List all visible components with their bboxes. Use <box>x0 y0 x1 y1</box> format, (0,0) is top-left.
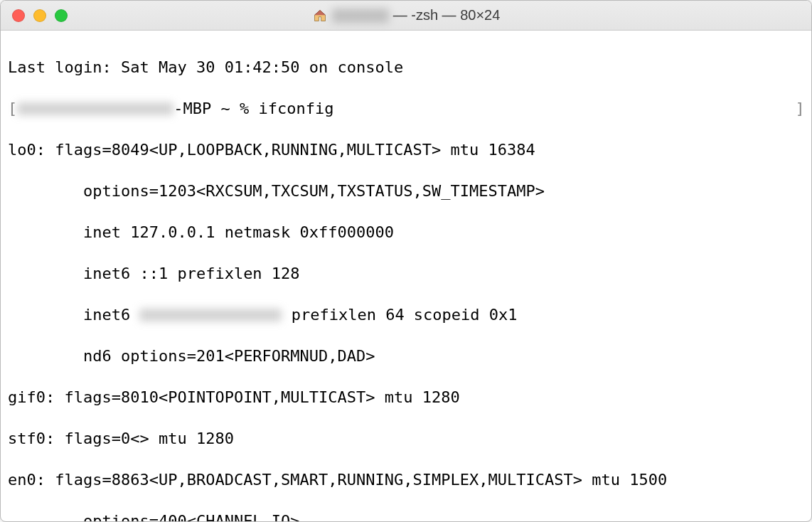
home-icon <box>312 9 328 23</box>
redacted-username <box>332 9 389 23</box>
last-login-line: Last login: Sat May 30 01:42:50 on conso… <box>8 57 804 78</box>
lo0-inet6-1: inet6 ::1 prefixlen 128 <box>8 263 804 284</box>
lo0-inet6-2: inet6 prefixlen 64 scopeid 0x1 <box>8 304 804 325</box>
en0-options: options=400<CHANNEL_IO> <box>8 511 804 521</box>
minimize-button[interactable] <box>33 9 46 22</box>
lo0-options: options=1203<RXCSUM,TXCSUM,TXSTATUS,SW_T… <box>8 181 804 201</box>
zoom-button[interactable] <box>55 9 68 22</box>
title-text: — -zsh — 80×24 <box>393 7 501 23</box>
redacted-inet6 <box>139 309 282 321</box>
gif0: gif0: flags=8010<POINTOPOINT,MULTICAST> … <box>8 387 804 408</box>
en0-flags: en0: flags=8863<UP,BROADCAST,SMART,RUNNI… <box>8 469 804 490</box>
traffic-lights <box>1 9 68 22</box>
terminal-window: — -zsh — 80×24 Last login: Sat May 30 01… <box>0 0 812 522</box>
terminal-output[interactable]: Last login: Sat May 30 01:42:50 on conso… <box>1 31 811 521</box>
lo0-nd6: nd6 options=201<PERFORMNUD,DAD> <box>8 346 804 366</box>
command-text: ifconfig <box>258 100 333 117</box>
close-button[interactable] <box>12 9 25 22</box>
window-title: — -zsh — 80×24 <box>1 7 811 23</box>
lo0-flags: lo0: flags=8049<UP,LOOPBACK,RUNNING,MULT… <box>8 139 804 160</box>
titlebar: — -zsh — 80×24 <box>1 1 811 31</box>
lo0-inet: inet 127.0.0.1 netmask 0xff000000 <box>8 222 804 243</box>
redacted-user-host <box>17 102 173 115</box>
prompt-line: [-MBP ~ % ifconfig ] <box>8 98 804 119</box>
stf0: stf0: flags=0<> mtu 1280 <box>8 428 804 449</box>
